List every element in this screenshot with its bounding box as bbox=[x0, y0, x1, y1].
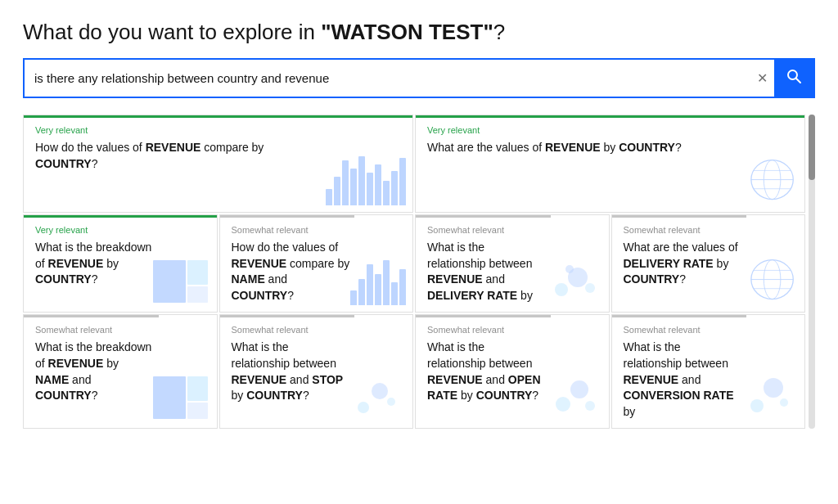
svg-point-19 bbox=[556, 397, 570, 412]
relevance-bar bbox=[416, 315, 551, 317]
close-icon: ✕ bbox=[757, 70, 768, 86]
top-row: Very relevant How do the values of REVEN… bbox=[23, 115, 805, 213]
card-title: What is the relationship between REVENUE… bbox=[427, 240, 546, 304]
relevance-bar bbox=[220, 315, 355, 317]
scrollbar-thumb[interactable] bbox=[809, 115, 815, 180]
result-card-bottom-2[interactable]: Somewhat relevant What is the relationsh… bbox=[415, 314, 610, 429]
mid-row: Very relevant What is the breakdown of R… bbox=[23, 214, 805, 313]
card-title: What is the breakdown of REVENUE by NAME… bbox=[35, 340, 154, 403]
card-visual-treemap bbox=[153, 260, 210, 305]
card-visual-globe bbox=[732, 153, 798, 205]
relevance-bar bbox=[416, 115, 804, 118]
card-visual-scatter bbox=[349, 373, 406, 421]
relevance-label: Very relevant bbox=[35, 125, 401, 135]
card-title: How do the values of REVENUE compare by … bbox=[232, 240, 350, 304]
relevance-bar bbox=[612, 315, 747, 317]
card-visual-bar-chart bbox=[326, 156, 406, 205]
card-visual-scatter bbox=[545, 257, 602, 305]
card-title: How do the values of REVENUE compare by … bbox=[35, 140, 291, 172]
search-bar: ✕ bbox=[23, 58, 815, 98]
relevance-bar bbox=[220, 215, 355, 218]
relevance-bar bbox=[416, 215, 551, 218]
card-visual-scatter bbox=[741, 373, 798, 421]
scrollbar[interactable] bbox=[809, 115, 815, 429]
svg-point-22 bbox=[750, 399, 764, 412]
relevance-bar bbox=[612, 215, 747, 218]
card-visual-scatter bbox=[545, 373, 602, 421]
search-submit-button[interactable] bbox=[774, 60, 813, 97]
result-card-bottom-1[interactable]: Somewhat relevant What is the relationsh… bbox=[219, 314, 414, 429]
result-card-bottom-0[interactable]: Somewhat relevant What is the breakdown … bbox=[23, 314, 218, 429]
result-card-mid-0[interactable]: Very relevant What is the breakdown of R… bbox=[23, 214, 218, 313]
card-title: What is the breakdown of REVENUE by COUN… bbox=[35, 240, 154, 288]
result-card-mid-1[interactable]: Somewhat relevant How do the values of R… bbox=[219, 214, 414, 313]
card-title: What is the relationship between REVENUE… bbox=[427, 340, 546, 403]
relevance-bar bbox=[24, 315, 159, 317]
svg-line-1 bbox=[796, 79, 801, 83]
result-card-top-0[interactable]: Very relevant How do the values of REVEN… bbox=[23, 115, 413, 213]
svg-point-16 bbox=[358, 402, 369, 413]
result-card-top-1[interactable]: Very relevant What are the values of REV… bbox=[415, 115, 805, 213]
relevance-label: Somewhat relevant bbox=[624, 325, 794, 335]
relevance-label: Somewhat relevant bbox=[427, 325, 597, 335]
relevance-label: Somewhat relevant bbox=[232, 325, 402, 335]
search-clear-button[interactable]: ✕ bbox=[750, 64, 774, 92]
relevance-label: Somewhat relevant bbox=[35, 325, 205, 335]
card-title: What is the relationship between REVENUE… bbox=[232, 340, 350, 403]
svg-point-17 bbox=[372, 383, 388, 399]
search-input[interactable] bbox=[25, 63, 750, 93]
card-title: What are the values of DELIVERY RATE by … bbox=[624, 240, 742, 288]
relevance-label: Very relevant bbox=[427, 125, 793, 135]
svg-point-23 bbox=[764, 378, 783, 398]
svg-point-24 bbox=[780, 398, 788, 407]
card-visual-treemap bbox=[153, 376, 210, 421]
svg-point-7 bbox=[555, 283, 568, 296]
results-area: Very relevant How do the values of REVEN… bbox=[0, 115, 838, 429]
card-visual-globe bbox=[732, 253, 798, 305]
svg-point-10 bbox=[565, 265, 574, 273]
search-icon bbox=[786, 68, 802, 88]
svg-point-21 bbox=[585, 401, 595, 411]
result-card-mid-2[interactable]: Somewhat relevant What is the relationsh… bbox=[415, 214, 610, 313]
relevance-label: Somewhat relevant bbox=[624, 225, 794, 235]
card-title: What is the relationship between REVENUE… bbox=[624, 340, 742, 420]
relevance-label: Somewhat relevant bbox=[232, 225, 402, 235]
card-title: What are the values of REVENUE by COUNTR… bbox=[427, 140, 683, 156]
result-card-mid-3[interactable]: Somewhat relevant What are the values of… bbox=[611, 214, 806, 313]
svg-point-18 bbox=[387, 398, 395, 406]
results-grid: Very relevant How do the values of REVEN… bbox=[23, 115, 805, 429]
page-title: What do you want to explore in "WATSON T… bbox=[23, 20, 815, 45]
relevance-bar bbox=[24, 115, 412, 118]
card-visual-bar-chart bbox=[350, 256, 406, 305]
bottom-row: Somewhat relevant What is the breakdown … bbox=[23, 314, 805, 429]
relevance-label: Very relevant bbox=[35, 225, 205, 235]
relevance-bar bbox=[24, 215, 217, 218]
svg-point-20 bbox=[570, 380, 588, 398]
result-card-bottom-3[interactable]: Somewhat relevant What is the relationsh… bbox=[611, 314, 806, 429]
svg-point-9 bbox=[585, 283, 595, 293]
relevance-label: Somewhat relevant bbox=[427, 225, 597, 235]
